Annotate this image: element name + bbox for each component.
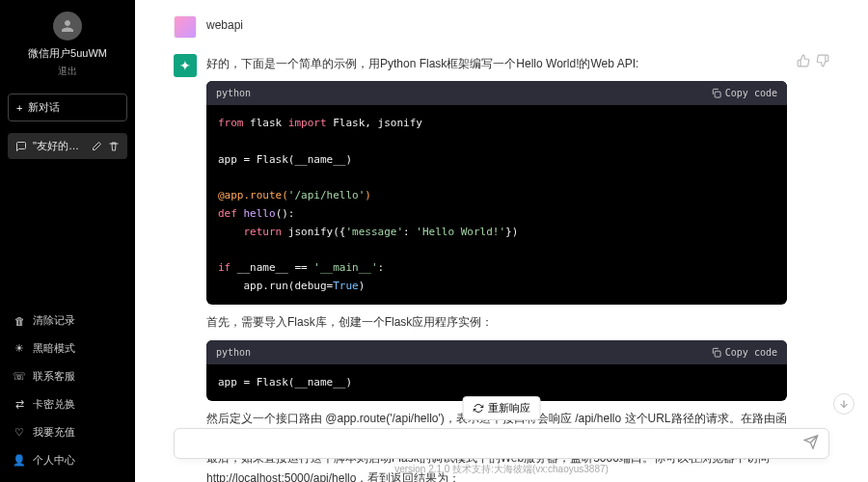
thumbs-up-icon[interactable]: [797, 54, 810, 67]
copy-icon: [711, 347, 721, 358]
user-message: webapi: [174, 8, 829, 46]
sidebar: 微信用户5uuWM 退出 + 新对话 "友好的问候和服务" 🗑清除记录 ☀黑暗模…: [0, 0, 135, 482]
copy-button-2[interactable]: Copy code: [711, 344, 777, 361]
menu-redeem[interactable]: ⇄卡密兑换: [0, 390, 135, 418]
copy-icon: [711, 88, 721, 98]
user-message-text: webapi: [206, 15, 829, 39]
new-chat-label: 新对话: [28, 100, 60, 115]
thumbs-down-icon[interactable]: [816, 54, 829, 67]
code-lang-1: python: [216, 85, 251, 101]
code-body-1: from flask import Flask, jsonify app = F…: [206, 105, 787, 305]
avatar[interactable]: [53, 12, 82, 40]
svg-rect-1: [715, 351, 720, 357]
scroll-down-button[interactable]: [833, 393, 854, 415]
code-header-1: python Copy code: [206, 81, 787, 105]
code-lang-2: python: [216, 344, 251, 361]
code-block-1: python Copy code from flask import Flask…: [206, 81, 787, 305]
new-chat-button[interactable]: + 新对话: [8, 94, 127, 121]
edit-icon[interactable]: [91, 141, 102, 152]
main: webapi ✦ 好的，下面是一个简单的示例，用Python Flask框架编写…: [135, 0, 868, 482]
ai-intro-text: 好的，下面是一个简单的示例，用Python Flask框架编写一个Hello W…: [206, 54, 787, 73]
menu-clear-history[interactable]: 🗑清除记录: [0, 307, 135, 335]
menu-support[interactable]: ☏联系客服: [0, 362, 135, 390]
input-bar: [174, 428, 829, 459]
wallet-icon: ♡: [14, 427, 25, 439]
ai-avatar-icon: ✦: [174, 54, 197, 77]
footer-text: version 2.1.0 技术支持:大海彼端(vx:chaoyus3887): [135, 463, 868, 476]
code-block-2: python Copy code app = Flask(__name__): [206, 340, 787, 402]
arrow-down-icon: [838, 398, 850, 410]
logout-link[interactable]: 退出: [8, 65, 127, 78]
user-icon: 👤: [14, 455, 25, 467]
headset-icon: ☏: [14, 371, 25, 383]
session-item-active[interactable]: "友好的问候和服务": [8, 133, 127, 159]
user-avatar-icon: [174, 15, 197, 39]
message-input[interactable]: [186, 437, 790, 450]
code-header-2: python Copy code: [206, 340, 787, 364]
delete-icon[interactable]: [108, 141, 120, 152]
sun-icon: ☀: [14, 343, 25, 355]
message-actions: [797, 54, 829, 482]
username: 微信用户5uuWM: [8, 46, 127, 61]
send-button[interactable]: [803, 435, 819, 453]
menu-dark-mode[interactable]: ☀黑暗模式: [0, 335, 135, 362]
profile: 微信用户5uuWM 退出: [0, 0, 135, 86]
card-icon: ⇄: [14, 399, 25, 411]
plus-icon: +: [16, 102, 22, 114]
svg-rect-0: [715, 93, 720, 98]
side-menu: 🗑清除记录 ☀黑暗模式 ☏联系客服 ⇄卡密兑换 ♡我要充值 👤个人中心: [0, 303, 135, 482]
refresh-icon: [474, 403, 484, 414]
ai-text-2: 首先，需要导入Flask库，创建一个Flask应用程序实例：: [206, 312, 787, 332]
trash-icon: 🗑: [14, 315, 25, 327]
send-icon: [803, 435, 819, 450]
regenerate-button[interactable]: 重新响应: [463, 396, 541, 420]
session-title: "友好的问候和服务": [33, 139, 85, 153]
chat-icon: [15, 141, 27, 152]
copy-button-1[interactable]: Copy code: [711, 85, 777, 101]
menu-recharge[interactable]: ♡我要充值: [0, 418, 135, 446]
menu-profile[interactable]: 👤个人中心: [0, 446, 135, 474]
